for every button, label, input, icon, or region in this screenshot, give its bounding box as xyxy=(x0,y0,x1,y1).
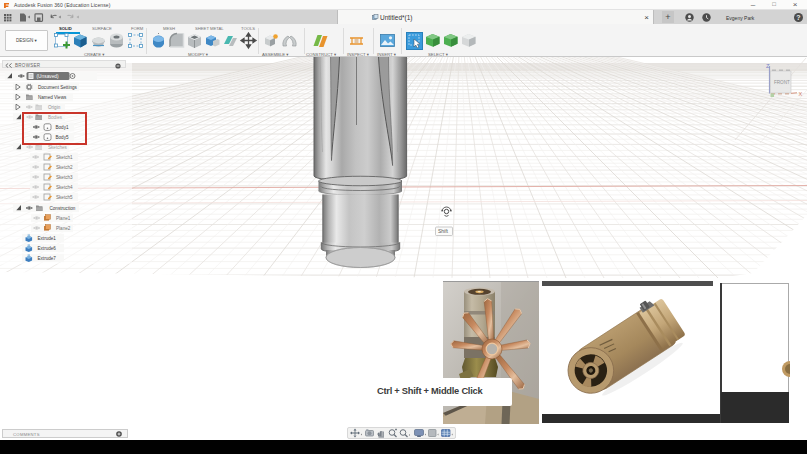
svg-text:Construction: Construction xyxy=(50,206,76,211)
svg-text:(Unsaved): (Unsaved) xyxy=(37,74,60,79)
svg-text:Sketch2: Sketch2 xyxy=(56,165,73,170)
svg-text:Origin: Origin xyxy=(48,105,61,110)
svg-text:Sketch4: Sketch4 xyxy=(56,185,73,190)
svg-text:Named Views: Named Views xyxy=(38,95,67,100)
svg-text:X: X xyxy=(799,91,803,97)
svg-text:Z: Z xyxy=(766,63,770,69)
svg-text:Extrude6: Extrude6 xyxy=(38,246,57,251)
svg-text:Plane1: Plane1 xyxy=(56,216,71,221)
svg-text:Sketch5: Sketch5 xyxy=(56,195,73,200)
svg-text:Extrude1: Extrude1 xyxy=(38,236,57,241)
svg-text:Extrude7: Extrude7 xyxy=(38,256,57,261)
svg-text:Document Settings: Document Settings xyxy=(38,85,78,90)
svg-text:Sketch3: Sketch3 xyxy=(56,175,73,180)
svg-text:Sketches: Sketches xyxy=(48,145,68,150)
svg-text:Shift: Shift xyxy=(438,228,449,234)
svg-text:Plane2: Plane2 xyxy=(56,226,71,231)
svg-text:Sketch1: Sketch1 xyxy=(56,155,73,160)
svg-text:FRONT: FRONT xyxy=(774,80,790,85)
